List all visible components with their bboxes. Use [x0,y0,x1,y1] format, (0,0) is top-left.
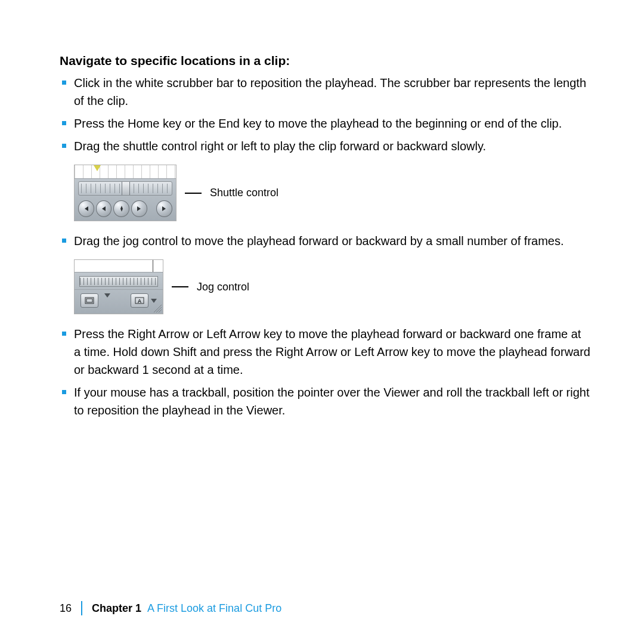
page-footer: 16 Chapter 1 A First Look at Final Cut P… [60,601,281,615]
stop-button-icon [113,200,129,217]
transport-button-row [75,198,176,221]
previous-button-icon [78,200,94,217]
bullet-item: Press the Right Arrow or Left Arrow key … [60,325,590,379]
jog-wheel [79,276,158,287]
bullet-list-bottom: Press the Right Arrow or Left Arrow key … [60,325,590,419]
page-number: 16 [60,602,81,615]
playhead-icon [94,165,101,171]
dropdown-icon [104,293,110,298]
footer-divider [81,601,82,615]
jog-callout-label: Jog control [197,281,249,293]
play-reverse-button-icon [96,200,112,217]
chapter-title: A First Look at Final Cut Pro [147,602,281,615]
jog-figure-row: A Jog control [74,259,590,314]
callout-line [172,286,188,287]
dropdown-icon [151,299,157,303]
document-page: Navigate to specific locations in a clip… [0,0,644,644]
callout-line [185,193,202,194]
shuttle-track [78,181,172,196]
bullet-item: If your mouse has a trackball, position … [60,383,590,419]
play-button-icon [131,200,147,217]
svg-rect-1 [86,299,92,302]
section-heading: Navigate to specific locations in a clip… [60,54,590,68]
scrubber-bar [75,165,176,179]
bullet-list-mid: Drag the jog control to move the playhea… [60,232,590,250]
jog-bottom-row: A [75,289,163,314]
jog-top-strip [75,260,163,273]
letter-a-button-icon: A [131,293,148,308]
resize-grip-icon [153,304,162,312]
chapter-label: Chapter 1 [92,602,141,615]
shuttle-control-figure [74,165,177,221]
shuttle-figure-row: Shuttle control [74,165,590,221]
bullet-list-top: Click in the white scrubber bar to repos… [60,74,590,155]
next-button-icon [156,200,172,217]
bullet-item: Drag the shuttle control right or left t… [60,137,590,155]
filmstrip-button-icon [80,293,98,308]
bullet-item: Press the Home key or the End key to mov… [60,114,590,132]
bullet-item: Click in the white scrubber bar to repos… [60,74,590,110]
bullet-item: Drag the jog control to move the playhea… [60,232,590,250]
shuttle-knob-icon [122,181,130,196]
shuttle-callout-label: Shuttle control [210,187,278,199]
svg-text:A: A [138,298,142,304]
jog-control-figure: A [74,259,163,314]
